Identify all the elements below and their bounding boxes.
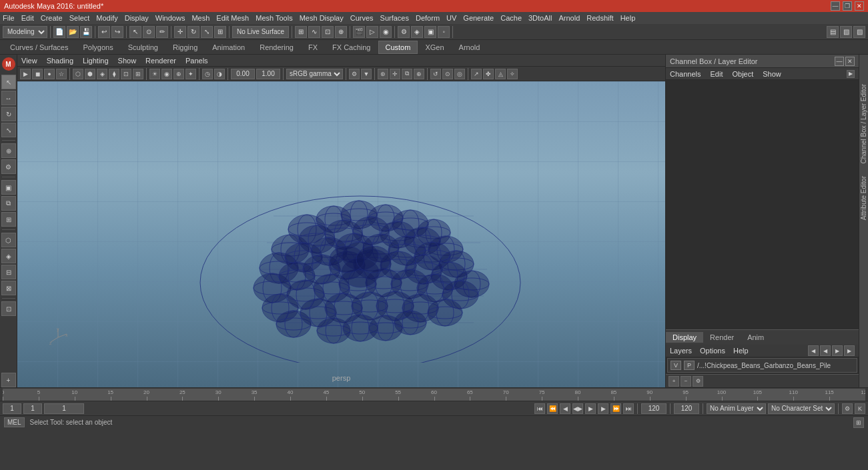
display-render-btn[interactable]: ◉ (380, 26, 392, 38)
vp-tb-btn5[interactable]: ⬡ (73, 69, 83, 79)
new-file-btn[interactable]: 📄 (53, 26, 65, 38)
tab-xgen[interactable]: XGen (418, 41, 451, 54)
menu-generate[interactable]: Generate (463, 14, 494, 22)
rp-layer-icon3[interactable]: ▶ (832, 345, 843, 356)
menu-mesh-tools[interactable]: Mesh Tools (256, 14, 292, 22)
char-set-select[interactable]: No Character Set (768, 403, 835, 414)
menu-select[interactable]: Select (69, 14, 90, 22)
vp-tb-btn25[interactable]: ◎ (454, 69, 465, 79)
vp-tb-btn9[interactable]: ⊡ (121, 69, 131, 79)
menu-display[interactable]: Display (125, 14, 149, 22)
play-fwd-btn[interactable]: ▶ (585, 403, 596, 414)
frame-start[interactable]: 1 (23, 403, 42, 414)
tab-custom[interactable]: Custom (378, 41, 418, 54)
universal-tool[interactable]: ⊞ (214, 26, 226, 38)
undo-btn[interactable]: ↩ (98, 26, 110, 38)
menu-modify[interactable]: Modify (96, 14, 117, 22)
play-back-btn[interactable]: ◀▶ (572, 403, 583, 414)
vp-tb-btn11[interactable]: ☀ (149, 69, 160, 79)
rp-add-layer[interactable]: + (669, 376, 679, 387)
vp-menu-shading[interactable]: Shading (47, 57, 73, 65)
open-file-btn[interactable]: 📂 (67, 26, 79, 38)
lt-btn-bottom[interactable]: + (1, 373, 16, 387)
tab-polygons[interactable]: Polygons (75, 41, 120, 54)
menu-help[interactable]: Help (620, 14, 636, 22)
lasso-tool[interactable]: ⊙ (143, 26, 155, 38)
tab-rendering[interactable]: Rendering (252, 41, 301, 54)
menu-uv[interactable]: UV (446, 14, 456, 22)
auto-key-btn[interactable]: K (855, 403, 865, 414)
goto-end-btn[interactable]: ⏭ (623, 403, 634, 414)
vp-num2[interactable]: 1.00 (256, 69, 280, 79)
attr-side-label2[interactable]: Attribute Editor (860, 173, 867, 223)
vp-tb-btn1[interactable]: ▶ (20, 69, 31, 79)
vp-menu-view[interactable]: View (21, 57, 37, 65)
rp-tab-display[interactable]: Display (666, 332, 703, 343)
menu-mesh-display[interactable]: Mesh Display (300, 14, 344, 22)
rp-menu-options[interactable]: Options (700, 347, 725, 355)
tab-arnold[interactable]: Arnold (452, 41, 488, 54)
menu-cache[interactable]: Cache (500, 14, 522, 22)
vp-num1[interactable]: 0.00 (231, 69, 255, 79)
vp-tb-btn17[interactable]: ⚙ (349, 69, 360, 79)
lt-btn9[interactable]: ⊠ (1, 281, 16, 295)
move-mode-btn[interactable]: ↔ (1, 91, 16, 105)
tab-fx-caching[interactable]: FX Caching (325, 41, 378, 54)
next-key-btn[interactable]: ▶ (598, 403, 608, 414)
layer-visibility-btn[interactable]: V (671, 361, 681, 370)
minimize-button[interactable]: — (831, 1, 840, 11)
vp-tb-btn28[interactable]: ◬ (495, 69, 506, 79)
extra-btn2[interactable]: ◈ (411, 26, 423, 38)
rp-options-layer[interactable]: ⚙ (693, 376, 703, 387)
menu-mesh[interactable]: Mesh (191, 14, 209, 22)
loop-range[interactable]: 1 (44, 403, 84, 414)
extra-btn1[interactable]: ⚙ (398, 26, 410, 38)
goto-start-btn[interactable]: ⏮ (534, 403, 545, 414)
loop-end-field[interactable]: 120 (641, 403, 667, 414)
vp-tb-btn23[interactable]: ↺ (430, 69, 441, 79)
vp-tb-btn24[interactable]: ⊙ (442, 69, 453, 79)
vp-menu-renderer[interactable]: Renderer (145, 57, 176, 65)
vp-tb-btn29[interactable]: ✧ (507, 69, 518, 79)
tab-fx[interactable]: FX (301, 41, 325, 54)
vp-tb-btn2[interactable]: ◼ (32, 69, 43, 79)
viewport-canvas[interactable]: .bean { fill: none; stroke: #1e2a7a; str… (17, 81, 665, 387)
vp-tb-btn12[interactable]: ◉ (161, 69, 172, 79)
rp-layer-icon1[interactable]: ◀ (808, 345, 819, 356)
vp-tb-btn15[interactable]: ◷ (202, 69, 213, 79)
anim-layer-select[interactable]: No Anim Layer (707, 403, 766, 414)
next-frame-btn[interactable]: ⏩ (610, 403, 621, 414)
menu-3dtoall[interactable]: 3DtoAll (528, 14, 552, 22)
move-tool[interactable]: ✛ (174, 26, 186, 38)
layer-playback-btn[interactable]: P (684, 361, 695, 370)
lt-btn4[interactable]: ⧉ (1, 196, 16, 211)
snap-curve-btn[interactable]: ∿ (308, 26, 320, 38)
rp-tab-anim[interactable]: Anim (741, 332, 771, 343)
vp-tb-btn16[interactable]: ◑ (214, 69, 225, 79)
vp-tb-btn18[interactable]: ▼ (361, 69, 372, 79)
rp-menu-show[interactable]: Show (763, 70, 781, 78)
menu-file[interactable]: File (3, 14, 15, 22)
prev-key-btn[interactable]: ◀ (560, 403, 570, 414)
mel-label[interactable]: MEL (4, 417, 25, 427)
vp-tb-btn3[interactable]: ● (44, 69, 55, 79)
vp-tb-btn7[interactable]: ◈ (97, 69, 107, 79)
no-live-surface-btn[interactable]: No Live Surface (232, 26, 289, 38)
menu-redshift[interactable]: Redshift (586, 14, 613, 22)
menu-deform[interactable]: Deform (416, 14, 440, 22)
vp-tb-btn13[interactable]: ⊕ (173, 69, 184, 79)
paint-tool[interactable]: ✏ (156, 26, 168, 38)
vp-tb-btn26[interactable]: ↗ (471, 69, 482, 79)
extra-btn4[interactable]: ◦ (438, 26, 450, 38)
rp-layer-icon2[interactable]: ◀ (820, 345, 831, 356)
vp-tb-btn4[interactable]: ☆ (56, 69, 67, 79)
tab-sculpting[interactable]: Sculpting (121, 41, 165, 54)
rp-icon3[interactable]: ▨ (853, 26, 865, 38)
rp-menu-layers[interactable]: Layers (670, 347, 692, 355)
lt-btn7[interactable]: ◈ (1, 249, 16, 263)
menu-arnold[interactable]: Arnold (558, 14, 580, 22)
vp-tb-btn14[interactable]: ✦ (185, 69, 196, 79)
vp-menu-show[interactable]: Show (118, 57, 137, 65)
menu-curves[interactable]: Curves (350, 14, 374, 22)
rp-menu-object[interactable]: Object (732, 70, 753, 78)
